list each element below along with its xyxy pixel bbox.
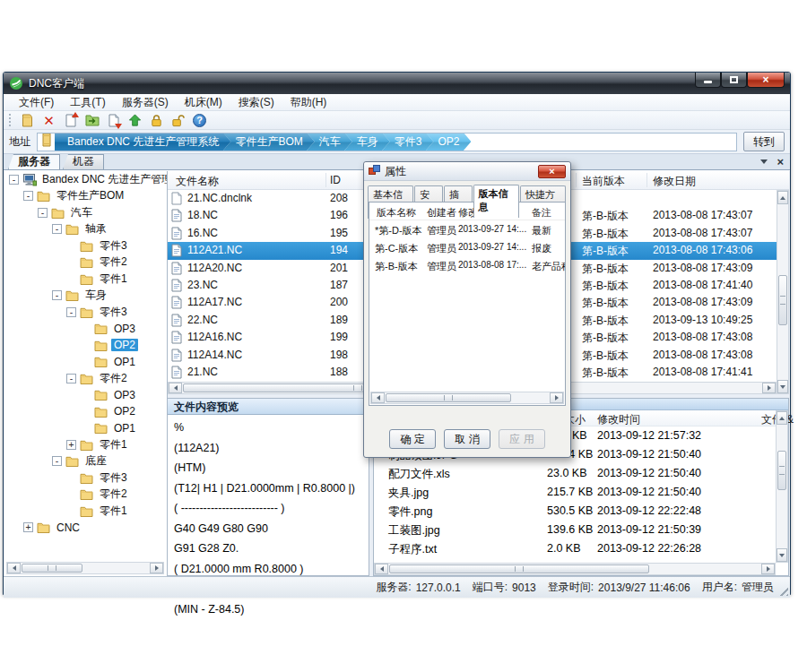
- collapse-icon[interactable]: -: [66, 374, 76, 383]
- tree-item[interactable]: -Bandex DNC 先进生产管理系统: [4, 171, 167, 188]
- tree-item[interactable]: OP2: [4, 337, 167, 354]
- menu-item-0[interactable]: 文件(F): [11, 94, 62, 111]
- version-row[interactable]: 第-B-版本管理员2013-08-08 17:...老产品程序: [369, 256, 565, 274]
- menu-item-3[interactable]: 机床(M): [177, 94, 230, 111]
- collapse-icon[interactable]: -: [38, 208, 48, 218]
- cancel-button[interactable]: 取 消: [444, 429, 490, 449]
- pane-close-icon[interactable]: ×: [777, 156, 784, 168]
- help-icon[interactable]: ?: [192, 113, 207, 128]
- tree-item[interactable]: OP1: [4, 420, 167, 437]
- tree-item[interactable]: 零件2: [4, 487, 167, 504]
- resize-grip[interactable]: [778, 586, 788, 596]
- attachment-row[interactable]: 子程序.txt2.0 KB2013-09-12 22:26:28: [374, 539, 776, 558]
- checkin-document-icon[interactable]: [63, 113, 78, 128]
- folder-icon: [94, 356, 108, 368]
- expand-icon[interactable]: +: [66, 440, 76, 450]
- new-document-icon[interactable]: [20, 113, 35, 128]
- tree-item[interactable]: OP3: [4, 387, 167, 404]
- unlock-icon[interactable]: [170, 113, 186, 128]
- dialog-close-button[interactable]: ×: [538, 165, 566, 178]
- tree-item[interactable]: -车身: [4, 288, 167, 305]
- collapse-icon[interactable]: -: [52, 224, 62, 234]
- tab-server[interactable]: 服务器: [8, 154, 60, 169]
- tree-item-label: OP1: [111, 422, 138, 435]
- tree-item[interactable]: 零件2: [4, 254, 167, 271]
- tab-machine[interactable]: 机器: [63, 154, 104, 169]
- menu-bar: 文件(F)工具(T)服务器(S)机床(M)搜索(S)帮助(H): [4, 94, 790, 111]
- tree-item[interactable]: OP3: [4, 321, 167, 338]
- breadcrumb-segment-1[interactable]: 零件生产BOM: [222, 133, 314, 151]
- menu-item-4[interactable]: 搜索(S): [230, 94, 282, 111]
- dialog-tab-3[interactable]: 版本信息: [473, 185, 519, 218]
- ok-button[interactable]: 确 定: [389, 429, 436, 449]
- collapse-icon[interactable]: -: [9, 175, 19, 185]
- attachment-row[interactable]: 配刀文件.xls23.0 KB2013-09-12 21:50:40: [374, 464, 776, 483]
- tree-item[interactable]: OP1: [4, 354, 167, 371]
- tree-item[interactable]: 零件3: [4, 470, 167, 487]
- column-header-version[interactable]: 当前版本: [582, 174, 625, 189]
- breadcrumb-segment-0[interactable]: Bandex DNC 先进生产管理系统: [55, 133, 230, 151]
- delete-icon[interactable]: ✕: [41, 113, 56, 128]
- tree-item[interactable]: -零件3: [4, 304, 167, 321]
- collapse-icon[interactable]: -: [52, 290, 62, 300]
- attachment-row[interactable]: 夹具.jpg215.7 KB2013-09-12 21:50:40: [374, 483, 776, 502]
- preview-line: G40 G49 G80 G90: [174, 519, 362, 539]
- menu-item-5[interactable]: 帮助(H): [282, 94, 335, 111]
- tree-item[interactable]: -零件2: [4, 370, 167, 387]
- column-header-name[interactable]: 文件名称: [176, 174, 219, 189]
- file-name: 112A20.NC: [187, 262, 242, 274]
- tree-item[interactable]: -轴承: [4, 221, 167, 238]
- upload-arrow-icon[interactable]: [127, 113, 143, 128]
- column-header-date[interactable]: 修改日期: [653, 174, 696, 189]
- collapse-icon[interactable]: -: [66, 307, 76, 317]
- column-header-id[interactable]: ID: [330, 174, 341, 186]
- tree-item[interactable]: -底座: [4, 453, 167, 470]
- column-header-version-name[interactable]: 版本名称: [377, 206, 416, 220]
- checkout-document-icon[interactable]: [106, 113, 121, 128]
- dialog-titlebar[interactable]: 属性 ×: [364, 162, 570, 181]
- version-row[interactable]: 第-C-版本管理员2013-09-27 14:...报废: [369, 238, 565, 256]
- lock-icon[interactable]: [149, 113, 164, 128]
- send-to-folder-icon[interactable]: [84, 113, 100, 128]
- version-remark: 老产品程序: [532, 260, 566, 273]
- column-header-remark[interactable]: 备注: [532, 206, 551, 220]
- attachment-row[interactable]: 零件.png530.5 KB2013-09-12 22:22:48: [374, 502, 776, 521]
- maximize-button[interactable]: [721, 73, 747, 88]
- version-name: 第-C-版本: [375, 242, 418, 255]
- tree-item[interactable]: 零件1: [4, 271, 167, 288]
- file-date: 2013-08-08 17:43:06: [653, 244, 752, 256]
- attachment-size: 2.0 KB: [547, 542, 581, 555]
- tree-horizontal-scrollbar[interactable]: [6, 562, 164, 574]
- attachment-row[interactable]: 工装图.jpg139.6 KB2013-09-12 21:50:39: [374, 521, 776, 539]
- close-button[interactable]: ×: [747, 73, 785, 88]
- file-date: 2013-08-08 17:43:09: [653, 262, 752, 274]
- expand-icon[interactable]: +: [23, 522, 33, 532]
- close-icon: ×: [549, 166, 554, 177]
- menu-item-1[interactable]: 工具(T): [62, 94, 113, 111]
- attachments-vertical-scrollbar[interactable]: [776, 410, 788, 563]
- tree-item[interactable]: OP2: [4, 403, 167, 420]
- attachments-horizontal-scrollbar[interactable]: [374, 563, 776, 575]
- tree-item[interactable]: -零件生产BOM: [4, 188, 167, 205]
- tree-item[interactable]: +CNC: [4, 520, 167, 537]
- tree-item-label: 零件生产BOM: [54, 188, 126, 203]
- column-header-creator[interactable]: 创建者: [427, 206, 456, 220]
- tree-item[interactable]: 零件1: [4, 503, 167, 520]
- titlebar[interactable]: DNC客户端 ×: [4, 73, 790, 94]
- address-field[interactable]: Bandex DNC 先进生产管理系统零件生产BOM汽车车身零件3OP2: [37, 133, 737, 151]
- apply-button[interactable]: 应 用: [499, 429, 545, 449]
- tree-item[interactable]: +零件1: [4, 436, 167, 453]
- file-table-vertical-scrollbar[interactable]: [777, 190, 789, 394]
- column-header-mtime[interactable]: 修改时间: [597, 412, 640, 427]
- collapse-icon[interactable]: -: [52, 456, 62, 466]
- version-row[interactable]: *第-D-版本管理员2013-09-27 14:...最新: [369, 220, 565, 238]
- chevron-down-icon[interactable]: [760, 159, 768, 168]
- breadcrumb-label: 汽车: [319, 135, 341, 148]
- menu-item-2[interactable]: 服务器(S): [114, 94, 177, 111]
- tree-item[interactable]: 零件3: [4, 237, 167, 254]
- collapse-icon[interactable]: -: [23, 191, 33, 201]
- tree-item[interactable]: -汽车: [4, 204, 167, 221]
- minimize-button[interactable]: [695, 73, 721, 88]
- go-button[interactable]: 转到: [743, 132, 785, 151]
- version-list-horizontal-scrollbar[interactable]: [370, 392, 564, 404]
